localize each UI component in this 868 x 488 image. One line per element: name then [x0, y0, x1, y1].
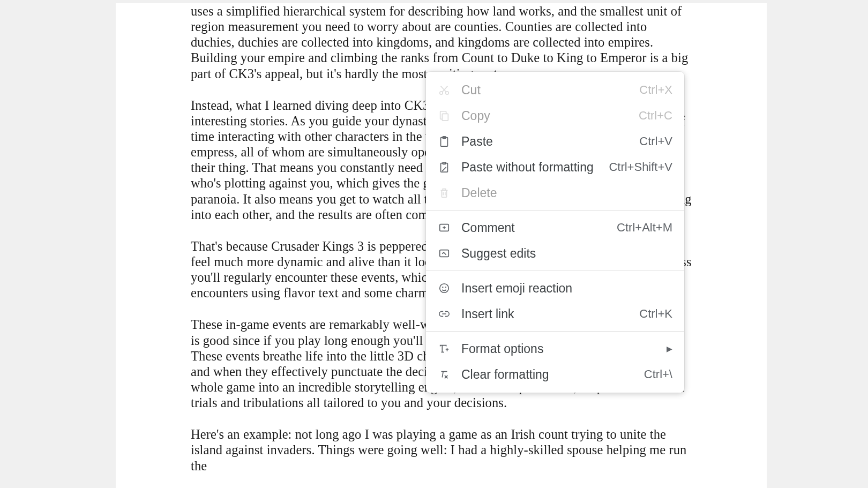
menu-divider: [426, 271, 684, 271]
clear-format-icon: [438, 368, 451, 381]
svg-point-0: [440, 92, 443, 95]
menu-shortcut: Ctrl+X: [639, 83, 672, 97]
svg-point-18: [445, 287, 446, 288]
suggest-icon: [438, 247, 451, 260]
menu-shortcut: Ctrl+C: [639, 109, 672, 123]
menu-shortcut: Ctrl+Shift+V: [609, 160, 672, 174]
svg-rect-4: [442, 114, 448, 121]
copy-icon: [438, 109, 451, 122]
menu-label: Suggest edits: [461, 246, 672, 261]
menu-comment[interactable]: Comment Ctrl+Alt+M: [426, 215, 684, 241]
cut-icon: [438, 84, 451, 96]
menu-clear-formatting[interactable]: Clear formatting Ctrl+\: [426, 362, 684, 387]
menu-shortcut: Ctrl+Alt+M: [617, 221, 672, 235]
format-icon: [438, 342, 451, 355]
menu-label: Format options: [461, 342, 661, 356]
menu-label: Clear formatting: [461, 367, 644, 382]
menu-label: Comment: [461, 221, 617, 235]
paste-icon: [438, 135, 451, 148]
menu-copy[interactable]: Copy Ctrl+C: [426, 103, 684, 129]
menu-insert-link[interactable]: Insert link Ctrl+K: [426, 301, 684, 327]
svg-point-1: [446, 92, 449, 95]
comment-icon: [438, 221, 451, 234]
menu-delete[interactable]: Delete: [426, 180, 684, 206]
menu-suggest-edits[interactable]: Suggest edits: [426, 241, 684, 266]
svg-point-17: [443, 287, 443, 288]
menu-shortcut: Ctrl+\: [644, 367, 672, 381]
menu-label: Paste without formatting: [461, 160, 609, 175]
emoji-icon: [438, 282, 451, 295]
menu-shortcut: Ctrl+K: [639, 307, 672, 321]
menu-label: Delete: [461, 186, 672, 200]
svg-line-9: [442, 167, 446, 171]
menu-label: Cut: [461, 83, 639, 97]
menu-divider: [426, 331, 684, 332]
menu-paste[interactable]: Paste Ctrl+V: [426, 129, 684, 154]
menu-label: Copy: [461, 109, 639, 123]
menu-shortcut: Ctrl+V: [639, 134, 672, 148]
delete-icon: [438, 186, 451, 199]
context-menu: Cut Ctrl+X Copy Ctrl+C Paste Ctrl+V Past…: [426, 72, 684, 393]
menu-label: Paste: [461, 134, 639, 149]
menu-format-options[interactable]: Format options ▶: [426, 336, 684, 362]
menu-paste-without-formatting[interactable]: Paste without formatting Ctrl+Shift+V: [426, 154, 684, 180]
paragraph[interactable]: Here's an example: not long ago I was pl…: [191, 426, 692, 473]
menu-label: Insert emoji reaction: [461, 281, 672, 296]
menu-label: Insert link: [461, 307, 639, 321]
svg-point-16: [440, 284, 449, 293]
menu-insert-emoji[interactable]: Insert emoji reaction: [426, 275, 684, 301]
menu-divider: [426, 210, 684, 211]
paste-plain-icon: [438, 161, 451, 174]
paragraph[interactable]: uses a simplified hierarchical system fo…: [191, 3, 692, 81]
submenu-arrow-icon: ▶: [667, 344, 672, 353]
link-icon: [438, 307, 451, 320]
menu-cut[interactable]: Cut Ctrl+X: [426, 77, 684, 103]
